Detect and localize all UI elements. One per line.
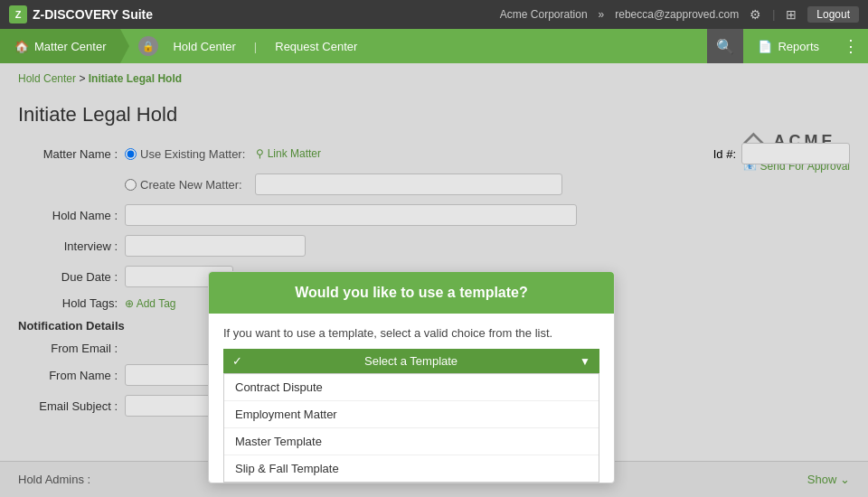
template-dropdown: Contract Dispute Employment Matter Maste… <box>223 373 599 483</box>
nav-matter-center[interactable]: 🏠 Matter Center <box>0 29 120 63</box>
grid-icon[interactable]: ⊞ <box>786 7 797 22</box>
hold-center-label: Hold Center <box>173 40 235 53</box>
arrow-separator: » <box>599 8 605 21</box>
logo-icon: Z <box>9 5 27 23</box>
reports-label: Reports <box>778 40 819 53</box>
nav-hold-center[interactable]: Hold Center <box>158 29 250 63</box>
reports-icon: 📄 <box>758 40 772 53</box>
logout-button[interactable]: Logout <box>807 6 859 23</box>
nav-more-button[interactable]: ⋮ <box>834 29 868 63</box>
user-email: rebecca@zapproved.com <box>615 8 739 21</box>
company-name: Acme Corporation <box>500 8 588 21</box>
template-select-header[interactable]: ✓ Select a Template ▼ <box>223 349 599 373</box>
nav-reports[interactable]: 📄 Reports <box>743 29 834 63</box>
template-option-contract-dispute[interactable]: Contract Dispute <box>224 374 599 401</box>
nav-search-button[interactable]: 🔍 <box>707 29 743 63</box>
app-logo: Z Z-DISCOVERY Suite <box>9 5 153 23</box>
template-select-wrapper: ✓ Select a Template ▼ Contract Dispute E… <box>223 349 599 483</box>
template-option-employment-matter[interactable]: Employment Matter <box>224 401 599 428</box>
template-option-slip-fall[interactable]: Slip & Fall Template <box>224 455 599 482</box>
top-bar: Z Z-DISCOVERY Suite Acme Corporation » r… <box>0 0 868 29</box>
modal-header: Would you like to use a template? <box>209 272 614 314</box>
matter-center-label: Matter Center <box>34 40 106 53</box>
request-center-label: Request Center <box>275 40 357 53</box>
nav-bar: 🏠 Matter Center 🔒 Hold Center | Request … <box>0 29 868 63</box>
home-icon: 🏠 <box>14 40 29 53</box>
nav-request-center[interactable]: Request Center <box>260 29 372 63</box>
top-bar-right: Acme Corporation » rebecca@zapproved.com… <box>500 6 859 23</box>
checkmark-icon: ✓ <box>232 354 242 368</box>
chevron-down-icon: ▼ <box>580 355 590 368</box>
modal-body: If you want to use a template, select a … <box>209 314 614 483</box>
app-name: Z-DISCOVERY Suite <box>33 7 153 22</box>
settings-icon[interactable]: ⚙ <box>750 7 761 22</box>
modal-description: If you want to use a template, select a … <box>223 326 599 340</box>
nav-right: 🔍 📄 Reports ⋮ <box>707 29 868 63</box>
template-option-master-template[interactable]: Master Template <box>224 428 599 455</box>
template-modal: Would you like to use a template? If you… <box>208 271 615 483</box>
selected-template-label: Select a Template <box>364 354 458 368</box>
nav-lock-icon: 🔒 <box>138 36 158 56</box>
